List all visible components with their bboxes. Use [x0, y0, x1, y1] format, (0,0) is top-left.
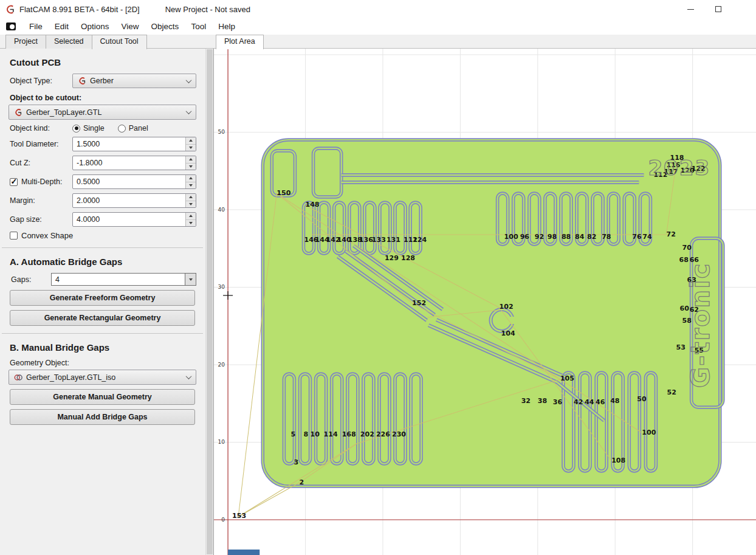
maximize-button[interactable] [704, 0, 732, 18]
svg-text:76: 76 [632, 233, 642, 241]
svg-text:70: 70 [682, 244, 692, 252]
scrollbar-thumb[interactable] [207, 49, 213, 554]
geometry-object-value: Gerber_TopLayer.GTL_iso [26, 373, 115, 382]
menu-objects[interactable]: Objects [145, 19, 185, 33]
panel-scrollbar[interactable] [205, 49, 213, 555]
manual-add-bridge-button[interactable]: Manual Add Bridge Gaps [10, 409, 195, 425]
svg-text:136: 136 [359, 236, 373, 244]
generate-manual-button[interactable]: Generate Manual Geometry [10, 389, 195, 405]
svg-text:8: 8 [303, 430, 308, 438]
svg-text:52: 52 [667, 388, 676, 396]
generate-freeform-button[interactable]: Generate Freeform Geometry [10, 290, 195, 306]
gaps-combo[interactable]: 4 [51, 273, 196, 286]
svg-text:5: 5 [290, 430, 295, 438]
tab-cutout-tool[interactable]: Cutout Tool [92, 35, 147, 49]
arrow-up-icon [189, 196, 193, 198]
radio-single-label: Single [83, 124, 105, 133]
tool-diameter-value: 1.5000 [73, 137, 185, 151]
svg-text:168: 168 [342, 430, 356, 438]
gap-size-spinner[interactable]: 4.0000 [72, 212, 196, 227]
object-type-dropdown[interactable]: Gerber [72, 74, 196, 88]
multi-depth-checkbox[interactable] [10, 178, 18, 186]
svg-text:74: 74 [642, 233, 652, 241]
svg-text:100: 100 [504, 233, 518, 241]
svg-text:104: 104 [501, 329, 515, 337]
svg-text:153: 153 [232, 512, 246, 520]
svg-text:53: 53 [676, 343, 686, 351]
svg-text:G-tronic: G-tronic [686, 263, 715, 388]
svg-text:152: 152 [412, 299, 426, 307]
spin-down-button[interactable] [186, 145, 196, 151]
spin-up-button[interactable] [186, 213, 196, 220]
gerber-icon [14, 108, 22, 117]
arrow-up-icon [189, 177, 193, 179]
chevron-down-icon [186, 108, 192, 114]
svg-text:96: 96 [520, 233, 530, 241]
svg-text:226: 226 [376, 430, 390, 438]
menu-file[interactable]: File [23, 19, 49, 33]
tab-plot-area[interactable]: Plot Area [216, 35, 264, 49]
svg-text:108: 108 [611, 457, 625, 464]
tab-project[interactable]: Project [5, 35, 46, 49]
svg-text:2: 2 [299, 478, 304, 486]
margin-value: 2.0000 [73, 194, 185, 207]
svg-text:105: 105 [560, 374, 574, 382]
geometry-object-dropdown[interactable]: Gerber_TopLayer.GTL_iso [9, 370, 196, 385]
flatcam-logo-icon [5, 4, 15, 15]
menu-view[interactable]: View [115, 19, 145, 33]
menu-tool[interactable]: Tool [185, 19, 212, 33]
menu-bar: File Edit Options View Objects Tool Help [0, 18, 756, 35]
spin-up-button[interactable] [186, 156, 196, 164]
svg-text:42: 42 [574, 398, 583, 406]
spin-up-button[interactable] [186, 137, 196, 145]
spin-down-button[interactable] [186, 182, 196, 189]
svg-text:36: 36 [553, 398, 563, 406]
plot-area: 5040302010015014814614414214013813613313… [214, 49, 756, 555]
svg-text:72: 72 [667, 230, 676, 238]
spin-up-button[interactable] [186, 175, 196, 182]
svg-text:124: 124 [413, 236, 427, 244]
svg-text:129: 129 [385, 254, 399, 262]
object-type-label: Object Type: [10, 77, 72, 85]
divider [2, 247, 203, 248]
minimize-button[interactable] [677, 0, 704, 18]
spin-down-button[interactable] [186, 164, 196, 170]
spin-up-button[interactable] [186, 194, 196, 201]
radio-panel-label: Panel [129, 124, 148, 133]
svg-text:30: 30 [218, 284, 225, 291]
svg-text:44: 44 [585, 398, 594, 406]
gap-size-label: Gap size: [10, 215, 72, 224]
cut-z-spinner[interactable]: -1.8000 [72, 156, 196, 170]
multi-depth-label: Multi-Depth: [21, 178, 62, 186]
pcb-plot-svg: 5040302010015014814614414214013813613313… [214, 49, 756, 555]
spin-down-button[interactable] [186, 220, 196, 227]
auto-gaps-title: A. Automatic Bridge Gaps [10, 257, 195, 267]
object-kind-label: Object kind: [10, 124, 72, 133]
svg-text:102: 102 [500, 303, 514, 311]
svg-text:10: 10 [311, 430, 320, 438]
arrow-down-icon [189, 184, 193, 187]
svg-text:38: 38 [538, 397, 547, 405]
app-icon [6, 22, 16, 30]
radio-panel[interactable] [118, 125, 126, 133]
tab-band: Project Selected Cutout Tool Plot Area [0, 35, 756, 49]
menu-options[interactable]: Options [75, 19, 115, 33]
svg-text:20: 20 [218, 362, 225, 368]
generate-rectangular-button[interactable]: Generate Rectangular Geometry [10, 310, 195, 326]
menu-edit[interactable]: Edit [49, 19, 75, 33]
object-cutout-dropdown[interactable]: Gerber_TopLayer.GTL [9, 105, 196, 120]
convex-shape-checkbox[interactable] [10, 232, 18, 240]
radio-single[interactable] [72, 125, 80, 133]
tool-diameter-spinner[interactable]: 1.5000 [72, 137, 196, 151]
tab-selected[interactable]: Selected [46, 35, 92, 49]
margin-label: Margin: [10, 196, 72, 205]
object-cutout-label: Object to be cutout: [10, 94, 195, 102]
plot-canvas[interactable]: 5040302010015014814614414214013813613313… [214, 49, 756, 555]
dropdown-arrow-button[interactable] [185, 274, 196, 285]
gaps-value: 4 [55, 275, 60, 284]
spin-down-button[interactable] [186, 201, 196, 208]
multi-depth-spinner[interactable]: 0.5000 [72, 174, 196, 189]
divider [2, 333, 203, 334]
menu-help[interactable]: Help [212, 19, 241, 33]
margin-spinner[interactable]: 2.0000 [72, 193, 196, 208]
